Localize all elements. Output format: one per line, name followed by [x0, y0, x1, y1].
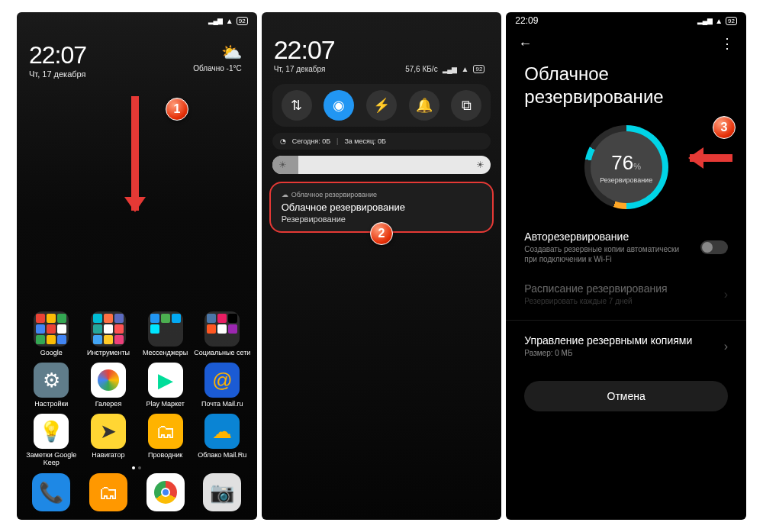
qs-dnd[interactable]: 🔔 — [409, 90, 439, 121]
back-button[interactable]: ← — [518, 36, 532, 52]
panel-time: 22:07 — [274, 35, 490, 65]
battery-icon: 92 — [726, 17, 737, 25]
qs-wifi[interactable]: ◉ — [324, 90, 354, 121]
status-time: 22:09 — [515, 15, 538, 26]
folder-messengers[interactable]: Мессенджеры — [137, 311, 194, 356]
dock-camera[interactable]: 📷 — [203, 473, 241, 511]
signal-icon: ▂▄▆ — [443, 66, 457, 73]
page-indicator — [17, 466, 257, 469]
qs-flashlight[interactable]: ⚡ — [366, 90, 397, 121]
annotation-badge-1: 1 — [166, 98, 188, 121]
brightness-slider[interactable]: ☀ ☀ — [272, 156, 491, 174]
more-icon[interactable]: ⋮ — [720, 35, 734, 52]
folder-tools[interactable]: Инструменты — [80, 311, 137, 356]
app-mailru[interactable]: @Почта Mail.ru — [194, 363, 251, 408]
net-speed: 57,6 КБ/с — [405, 65, 437, 73]
chevron-right-icon: › — [724, 288, 728, 301]
app-navigator[interactable]: ➤Навигатор — [80, 414, 137, 466]
cancel-button[interactable]: Отмена — [524, 381, 728, 411]
app-files[interactable]: 🗂Проводник — [137, 414, 194, 466]
chevron-right-icon: › — [724, 340, 728, 353]
app-settings[interactable]: ⚙Настройки — [23, 363, 80, 408]
progress-label: Резервирование — [600, 176, 652, 184]
cloud-icon: ☁ — [282, 191, 288, 198]
data-usage[interactable]: ◔ Сегодня: 0Б| За месяц: 0Б — [272, 133, 491, 150]
progress-ring: 76% Резервирование — [584, 125, 668, 209]
battery-icon: 92 — [237, 17, 248, 25]
annotation-badge-3: 3 — [713, 116, 736, 139]
status-bar: 22:09 ▂▄▆ ▲ 92 — [506, 12, 746, 29]
qs-data[interactable]: ⇅ — [282, 90, 312, 121]
row-auto-backup[interactable]: Авторезервирование Создавать резервные к… — [506, 221, 746, 273]
app-grid: Google Инструменты Мессенджеры Социальны… — [17, 311, 257, 466]
signal-icon: ▂▄▆ — [208, 17, 223, 24]
battery-icon: 92 — [473, 65, 485, 73]
app-cloud[interactable]: ☁Облако Mail.Ru — [194, 414, 251, 466]
row-schedule: Расписание резервирования Резервировать … — [506, 273, 746, 315]
sun-dim-icon: ☀ — [278, 160, 287, 170]
dock-phone[interactable]: 📞 — [32, 473, 70, 511]
notif-title: Облачное резервирование — [282, 202, 482, 213]
row-manage-backups[interactable]: Управление резервными копиями Размер: 0 … — [506, 325, 746, 367]
annotation-arrow-left — [690, 154, 732, 162]
usage-pie-icon: ◔ — [280, 137, 286, 145]
app-gallery[interactable]: Галерея — [80, 363, 137, 408]
folder-google[interactable]: Google — [23, 311, 80, 356]
notification-panel: 22:07 Чт, 17 декабря 57,6 КБ/с ▂▄▆ ▲ 92 … — [262, 12, 502, 520]
signal-icon: ▂▄▆ — [697, 17, 712, 24]
status-bar: ▂▄▆ ▲ 92 — [17, 12, 257, 29]
wifi-icon: ▲ — [462, 65, 469, 73]
weather-icon: ⛅ — [193, 43, 241, 63]
quick-settings: ⇅ ◉ ⚡ 🔔 ⧉ — [272, 84, 491, 127]
cloud-backup-screen: 22:09 ▂▄▆ ▲ 92 ← ⋮ Облачное резервирован… — [506, 12, 746, 520]
wifi-icon: ▲ — [226, 17, 233, 25]
folder-social[interactable]: Социальные сети — [194, 311, 251, 356]
panel-date: Чт, 17 декабря — [274, 65, 326, 73]
page-title: Облачное резервирование — [506, 58, 746, 119]
qs-cast[interactable]: ⧉ — [451, 90, 481, 121]
weather-widget[interactable]: ⛅ Облачно -1°C — [193, 43, 241, 73]
home-screen: ▂▄▆ ▲ 92 22:07 Чт, 17 декабря ⛅ Облачно … — [17, 12, 257, 520]
progress-percent: 76% — [600, 151, 652, 175]
sun-bright-icon: ☀ — [476, 160, 485, 170]
dock-files[interactable]: 🗂 — [89, 473, 127, 511]
auto-backup-toggle[interactable] — [700, 240, 728, 254]
annotation-badge-2: 2 — [370, 222, 393, 245]
app-keep[interactable]: 💡Заметки Google Keep — [23, 414, 80, 466]
dock-chrome[interactable] — [146, 473, 185, 511]
cloud-backup-notification[interactable]: ☁Облачное резервирование Облачное резерв… — [269, 182, 494, 233]
annotation-arrow-down — [131, 96, 139, 211]
wifi-icon: ▲ — [715, 17, 723, 25]
app-play[interactable]: ▶Play Маркет — [137, 363, 194, 408]
dock: 📞 🗂 📷 — [17, 473, 257, 514]
